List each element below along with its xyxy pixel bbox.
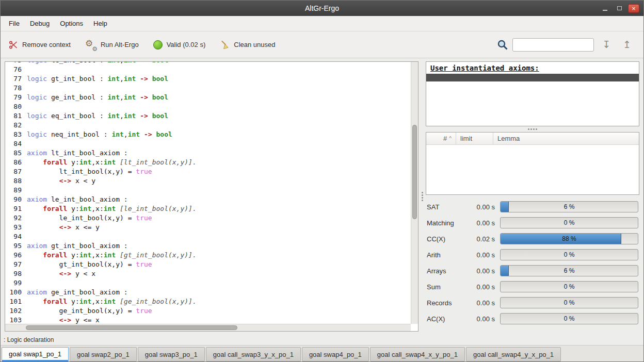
code-line[interactable]: 97 gt_int_bool(x,y) = true [5,260,197,269]
code-token: [le_int_bool(x,y)]. [120,205,197,212]
code-line[interactable]: 88 <-> x < y [5,176,197,186]
line-number: 102 [5,306,27,316]
code-token [148,93,152,101]
close-button[interactable]: × [628,4,639,13]
code-text: logic ge_int_bool : int,int -> bool [27,93,168,102]
code-token: -> [140,93,148,101]
source-editor[interactable]: 75logic le_int_bool : int,int -> bool767… [5,61,418,332]
run-alt-ergo-label: Run Alt-Ergo [101,41,139,48]
title-bar: AltGr-Ergo × [1,1,643,16]
toolbar: Remove context ⚙⚙ Run Alt-Ergo Valid (0.… [1,31,643,58]
tab-goal-call-swap3-y-x-po-1[interactable]: goal call_swap3_y_x_po_1 [206,347,301,361]
code-token [148,112,152,120]
tab-goal-swap1-po-1[interactable]: goal swap1_po_1 [2,347,69,361]
horizontal-scrollbar-thumb[interactable] [26,325,237,330]
code-token [136,62,140,64]
tab-goal-swap2-po-1[interactable]: goal swap2_po_1 [70,347,137,361]
code-line[interactable]: 78 [5,84,197,93]
maximize-button[interactable] [614,4,625,13]
code-line[interactable]: 91 forall y:int,x:int [le_int_bool(x,y)]… [5,204,197,213]
code-line[interactable]: 89 [5,186,197,195]
code-token: int [104,298,116,305]
code-token: axiom [27,288,47,296]
column-header-lemma[interactable]: Lemma [493,133,639,144]
pane-splitter[interactable] [418,61,426,332]
code-token: forall [43,205,67,212]
code-token: ,x: [91,158,103,166]
code-line[interactable]: 94 [5,232,197,241]
window-title: AltGr-Ergo [305,4,339,12]
menu-file[interactable]: File [4,17,25,30]
code-line[interactable]: 90axiom le_int_bool_axiom : [5,195,197,204]
code-line[interactable]: 81logic eq_int_bool : int,int -> bool [5,111,197,121]
minimize-button[interactable] [599,4,610,13]
code-line[interactable]: 77logic gt_int_bool : int,int -> bool [5,74,197,84]
window-buttons: × [599,1,639,16]
stat-time-sum: 0.00 s [466,283,495,291]
code-line[interactable]: 101 forall y:int,x:int [ge_int_bool(x,y)… [5,297,197,306]
column-header-number[interactable]: # ^ [426,133,456,144]
code-line[interactable]: 98 <-> y < x [5,269,197,278]
code-line[interactable]: 83logic neq_int_bool : int,int -> bool [5,130,197,139]
tab-goal-swap4-po-1[interactable]: goal swap4_po_1 [302,347,369,361]
jump-down-icon[interactable]: ↧ [598,39,615,51]
code-line[interactable]: 82 [5,121,197,130]
code-line[interactable]: 100axiom ge_int_bool_axiom : [5,288,197,297]
progress-bar-records: 0 % [500,297,638,308]
code-line[interactable]: 85axiom lt_int_bool_axiom : [5,149,197,158]
menu-options[interactable]: Options [55,17,88,30]
lemma-table[interactable]: # ^ limit Lemma [426,132,639,195]
splitter-handle-icon [528,128,529,130]
sort-ascending-icon: ^ [449,136,452,141]
code-token: lt_int_bool_axiom : [47,149,128,157]
code-token: <-> [59,316,71,324]
code-token: [ge_int_bool(x,y)]. [120,298,197,305]
remove-context-button[interactable]: Remove context [9,40,71,50]
code-line[interactable]: 96 forall y:int,x:int [gt_int_bool(x,y)]… [5,251,197,260]
tab-goal-call-swap4-y-x-po-1[interactable]: goal call_swap4_y_x_po_1 [466,347,561,361]
clean-unused-button[interactable]: Clean unused [220,40,275,50]
vertical-scrollbar-thumb[interactable] [412,125,417,219]
code-line[interactable]: 87 lt_int_bool(x,y) = true [5,167,197,176]
goal-tab-bar: goal swap1_po_1goal swap2_po_1goal swap3… [1,345,643,362]
code-line[interactable]: 102 ge_int_bool(x,y) = true [5,306,197,316]
code-line[interactable]: 80 [5,102,197,111]
code-line[interactable]: 76 [5,65,197,74]
menu-help[interactable]: Help [88,17,112,30]
horizontal-scrollbar[interactable] [5,324,411,331]
code-token: ge_int_bool : [47,93,107,101]
vertical-scrollbar[interactable] [411,62,418,324]
code-line[interactable]: 79logic ge_int_bool : int,int -> bool [5,93,197,102]
code-viewport[interactable]: 75logic le_int_bool : int,int -> bool767… [5,62,411,324]
tab-goal-call-swap4-x-y-po-1[interactable]: goal call_swap4_x_y_po_1 [370,347,465,361]
code-token: , [120,62,124,64]
code-line[interactable]: 84 [5,139,197,149]
code-line[interactable]: 103 <-> y <= x [5,316,197,324]
jump-up-icon[interactable]: ↥ [619,39,635,51]
search-icon[interactable] [497,39,508,51]
tab-goal-swap3-po-1[interactable]: goal swap3_po_1 [138,347,205,361]
stat-time-arrays: 0.00 s [466,267,495,275]
progress-bar-arrays: 6 % [500,265,638,276]
search-input[interactable] [512,38,594,52]
code-line[interactable]: 93 <-> x <= y [5,223,197,232]
horizontal-pane-splitter[interactable] [426,126,639,132]
code-text: <-> y <= x [27,316,100,324]
code-text: logic le_int_bool : int,int -> bool [27,62,168,65]
code-line[interactable]: 99 [5,278,197,288]
code-line[interactable]: 75logic le_int_bool : int,int -> bool [5,62,197,65]
solver-statistics: SAT0.00 s6 %Matching0.00 s0 %CC(X)0.02 s… [426,201,639,324]
menu-debug[interactable]: Debug [25,17,55,30]
code-token [27,270,59,277]
gears-icon: ⚙⚙ [85,39,96,51]
code-token [116,158,120,166]
code-line[interactable]: 95axiom gt_int_bool_axiom : [5,241,197,251]
instantiated-axioms-panel[interactable]: User instantiated axioms: [426,61,639,126]
run-alt-ergo-button[interactable]: ⚙⚙ Run Alt-Ergo [85,39,139,51]
code-token: -> [144,130,152,138]
code-line[interactable]: 92 le_int_bool(x,y) = true [5,213,197,223]
code-line[interactable]: 86 forall y:int,x:int [lt_int_bool(x,y)]… [5,158,197,167]
axioms-selected-row[interactable] [426,74,639,81]
code-token: true [136,214,152,222]
column-header-limit[interactable]: limit [456,133,493,144]
